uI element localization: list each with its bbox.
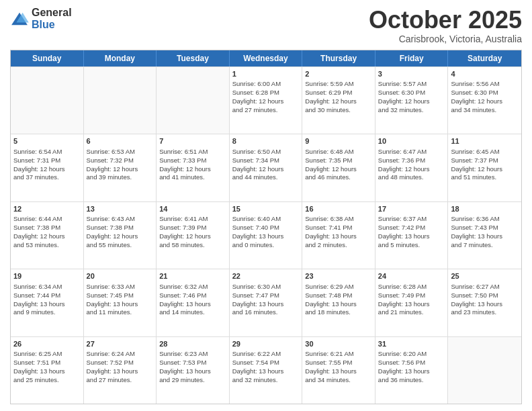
header-wednesday: Wednesday <box>230 50 303 66</box>
day-info-17: Sunrise: 6:37 AM Sunset: 7:42 PM Dayligh… <box>378 215 445 249</box>
day-info-19: Sunrise: 6:34 AM Sunset: 7:44 PM Dayligh… <box>13 283 81 317</box>
calendar-body: 1Sunrise: 6:00 AM Sunset: 6:28 PM Daylig… <box>11 66 521 404</box>
week-4: 19Sunrise: 6:34 AM Sunset: 7:44 PM Dayli… <box>11 269 521 336</box>
location: Carisbrook, Victoria, Australia <box>369 34 522 44</box>
day-cell-30: 30Sunrise: 6:21 AM Sunset: 7:55 PM Dayli… <box>302 337 375 404</box>
day-number-1: 1 <box>232 69 300 79</box>
day-number-7: 7 <box>159 136 226 146</box>
week-5: 26Sunrise: 6:25 AM Sunset: 7:51 PM Dayli… <box>11 336 521 404</box>
day-info-28: Sunrise: 6:23 AM Sunset: 7:53 PM Dayligh… <box>159 350 226 384</box>
day-cell-11: 11Sunrise: 6:45 AM Sunset: 7:37 PM Dayli… <box>448 134 521 201</box>
day-cell-7: 7Sunrise: 6:51 AM Sunset: 7:33 PM Daylig… <box>157 134 230 201</box>
day-cell-12: 12Sunrise: 6:44 AM Sunset: 7:38 PM Dayli… <box>11 202 84 269</box>
day-info-23: Sunrise: 6:29 AM Sunset: 7:48 PM Dayligh… <box>305 283 372 317</box>
empty-cell-w0c0 <box>11 67 84 134</box>
day-cell-29: 29Sunrise: 6:22 AM Sunset: 7:54 PM Dayli… <box>230 337 303 404</box>
day-cell-26: 26Sunrise: 6:25 AM Sunset: 7:51 PM Dayli… <box>11 337 84 404</box>
day-info-8: Sunrise: 6:50 AM Sunset: 7:34 PM Dayligh… <box>232 148 300 182</box>
empty-cell-w0c1 <box>84 67 157 134</box>
day-info-18: Sunrise: 6:36 AM Sunset: 7:43 PM Dayligh… <box>451 215 519 249</box>
day-number-8: 8 <box>232 136 300 146</box>
day-cell-6: 6Sunrise: 6:53 AM Sunset: 7:32 PM Daylig… <box>84 134 157 201</box>
day-number-25: 25 <box>451 271 519 281</box>
day-info-10: Sunrise: 6:47 AM Sunset: 7:36 PM Dayligh… <box>378 148 445 182</box>
day-info-15: Sunrise: 6:40 AM Sunset: 7:40 PM Dayligh… <box>232 215 300 249</box>
day-info-1: Sunrise: 6:00 AM Sunset: 6:28 PM Dayligh… <box>232 80 300 114</box>
day-cell-17: 17Sunrise: 6:37 AM Sunset: 7:42 PM Dayli… <box>375 202 449 269</box>
day-number-11: 11 <box>451 136 519 146</box>
day-info-2: Sunrise: 5:59 AM Sunset: 6:29 PM Dayligh… <box>305 80 372 114</box>
calendar: Sunday Monday Tuesday Wednesday Thursday… <box>10 50 522 404</box>
day-number-16: 16 <box>305 204 372 214</box>
day-info-14: Sunrise: 6:41 AM Sunset: 7:39 PM Dayligh… <box>159 215 226 249</box>
day-number-28: 28 <box>159 339 226 349</box>
day-cell-20: 20Sunrise: 6:33 AM Sunset: 7:45 PM Dayli… <box>84 269 157 336</box>
week-2: 5Sunrise: 6:54 AM Sunset: 7:31 PM Daylig… <box>11 134 521 201</box>
day-cell-21: 21Sunrise: 6:32 AM Sunset: 7:46 PM Dayli… <box>157 269 230 336</box>
day-number-9: 9 <box>305 136 372 146</box>
day-number-29: 29 <box>232 339 300 349</box>
day-info-12: Sunrise: 6:44 AM Sunset: 7:38 PM Dayligh… <box>13 215 81 249</box>
day-cell-27: 27Sunrise: 6:24 AM Sunset: 7:52 PM Dayli… <box>84 337 157 404</box>
month-title: October 2025 <box>369 7 522 34</box>
day-info-9: Sunrise: 6:48 AM Sunset: 7:35 PM Dayligh… <box>305 148 372 182</box>
day-number-3: 3 <box>378 69 445 79</box>
logo: General Blue <box>10 7 72 31</box>
day-cell-28: 28Sunrise: 6:23 AM Sunset: 7:53 PM Dayli… <box>157 337 230 404</box>
logo-blue-text: Blue <box>32 19 55 30</box>
day-cell-13: 13Sunrise: 6:43 AM Sunset: 7:38 PM Dayli… <box>84 202 157 269</box>
day-info-11: Sunrise: 6:45 AM Sunset: 7:37 PM Dayligh… <box>451 148 519 182</box>
day-cell-23: 23Sunrise: 6:29 AM Sunset: 7:48 PM Dayli… <box>302 269 375 336</box>
header-sunday: Sunday <box>11 50 84 66</box>
day-cell-8: 8Sunrise: 6:50 AM Sunset: 7:34 PM Daylig… <box>230 134 303 201</box>
title-block: October 2025 Carisbrook, Victoria, Austr… <box>369 7 522 44</box>
day-info-7: Sunrise: 6:51 AM Sunset: 7:33 PM Dayligh… <box>159 148 226 182</box>
day-info-26: Sunrise: 6:25 AM Sunset: 7:51 PM Dayligh… <box>13 350 81 384</box>
day-cell-24: 24Sunrise: 6:28 AM Sunset: 7:49 PM Dayli… <box>375 269 449 336</box>
day-info-25: Sunrise: 6:27 AM Sunset: 7:50 PM Dayligh… <box>451 283 519 317</box>
day-cell-25: 25Sunrise: 6:27 AM Sunset: 7:50 PM Dayli… <box>448 269 521 336</box>
day-cell-3: 3Sunrise: 5:57 AM Sunset: 6:30 PM Daylig… <box>375 67 449 134</box>
week-1: 1Sunrise: 6:00 AM Sunset: 6:28 PM Daylig… <box>11 66 521 134</box>
day-info-31: Sunrise: 6:20 AM Sunset: 7:56 PM Dayligh… <box>378 350 445 384</box>
header-friday: Friday <box>375 50 449 66</box>
day-number-18: 18 <box>451 204 519 214</box>
day-cell-15: 15Sunrise: 6:40 AM Sunset: 7:40 PM Dayli… <box>230 202 303 269</box>
day-info-3: Sunrise: 5:57 AM Sunset: 6:30 PM Dayligh… <box>378 80 445 114</box>
day-number-20: 20 <box>87 271 154 281</box>
day-number-2: 2 <box>305 69 372 79</box>
empty-cell-w0c2 <box>157 67 230 134</box>
day-number-10: 10 <box>378 136 445 146</box>
calendar-header: Sunday Monday Tuesday Wednesday Thursday… <box>11 50 521 66</box>
day-number-21: 21 <box>159 271 226 281</box>
day-cell-16: 16Sunrise: 6:38 AM Sunset: 7:41 PM Dayli… <box>302 202 375 269</box>
day-number-24: 24 <box>378 271 445 281</box>
day-cell-18: 18Sunrise: 6:36 AM Sunset: 7:43 PM Dayli… <box>448 202 521 269</box>
day-number-23: 23 <box>305 271 372 281</box>
header-monday: Monday <box>84 50 157 66</box>
day-cell-1: 1Sunrise: 6:00 AM Sunset: 6:28 PM Daylig… <box>230 67 303 134</box>
day-cell-2: 2Sunrise: 5:59 AM Sunset: 6:29 PM Daylig… <box>302 67 375 134</box>
header-tuesday: Tuesday <box>157 50 230 66</box>
logo-general-text: General <box>32 7 72 18</box>
day-info-6: Sunrise: 6:53 AM Sunset: 7:32 PM Dayligh… <box>87 148 154 182</box>
day-info-24: Sunrise: 6:28 AM Sunset: 7:49 PM Dayligh… <box>378 283 445 317</box>
day-number-12: 12 <box>13 204 81 214</box>
day-number-4: 4 <box>451 69 519 79</box>
day-number-22: 22 <box>232 271 300 281</box>
day-info-4: Sunrise: 5:56 AM Sunset: 6:30 PM Dayligh… <box>451 80 519 114</box>
empty-cell-w4c6 <box>448 337 521 404</box>
header: General Blue October 2025 Carisbrook, Vi… <box>10 7 522 44</box>
day-cell-14: 14Sunrise: 6:41 AM Sunset: 7:39 PM Dayli… <box>157 202 230 269</box>
day-cell-31: 31Sunrise: 6:20 AM Sunset: 7:56 PM Dayli… <box>375 337 449 404</box>
day-number-31: 31 <box>378 339 445 349</box>
header-saturday: Saturday <box>448 50 521 66</box>
logo-icon <box>10 11 29 26</box>
day-number-30: 30 <box>305 339 372 349</box>
day-info-21: Sunrise: 6:32 AM Sunset: 7:46 PM Dayligh… <box>159 283 226 317</box>
day-number-15: 15 <box>232 204 300 214</box>
day-number-27: 27 <box>87 339 154 349</box>
week-3: 12Sunrise: 6:44 AM Sunset: 7:38 PM Dayli… <box>11 201 521 269</box>
day-cell-22: 22Sunrise: 6:30 AM Sunset: 7:47 PM Dayli… <box>230 269 303 336</box>
day-info-16: Sunrise: 6:38 AM Sunset: 7:41 PM Dayligh… <box>305 215 372 249</box>
